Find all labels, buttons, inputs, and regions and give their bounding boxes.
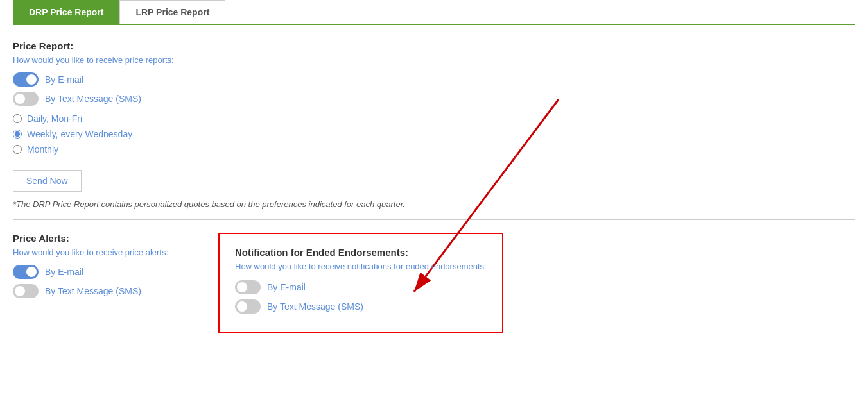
price-alerts-description: How would you like to receive price aler…	[13, 248, 180, 257]
notif-email-toggle[interactable]	[235, 280, 261, 294]
notif-sms-toggle-label: By Text Message (SMS)	[267, 301, 363, 312]
alerts-email-toggle-row: By E-mail	[13, 265, 180, 279]
alerts-sms-toggle-row: By Text Message (SMS)	[13, 284, 180, 298]
bottom-section: Price Alerts: How would you like to rece…	[13, 233, 855, 333]
tab-drp[interactable]: DRP Price Report	[13, 0, 119, 24]
alerts-sms-toggle[interactable]	[13, 284, 39, 298]
daily-radio[interactable]	[13, 114, 22, 123]
notif-email-toggle-label: By E-mail	[267, 282, 306, 292]
notification-title: Notification for Ended Endorsements:	[235, 247, 487, 258]
section-divider	[13, 219, 855, 220]
price-report-description: How would you like to receive price repo…	[13, 55, 855, 65]
email-toggle-label: By E-mail	[45, 74, 83, 85]
daily-radio-label[interactable]: Daily, Mon-Fri	[27, 113, 82, 124]
alerts-sms-toggle-label: By Text Message (SMS)	[45, 286, 141, 296]
notif-sms-toggle[interactable]	[235, 299, 261, 314]
send-now-button[interactable]: Send Now	[13, 170, 82, 192]
tab-bar: DRP Price Report LRP Price Report	[13, 0, 855, 25]
notification-box: Notification for Ended Endorsements: How…	[218, 233, 503, 333]
weekly-radio-row: Weekly, every Wednesday	[13, 129, 855, 139]
weekly-radio-label[interactable]: Weekly, every Wednesday	[27, 129, 132, 139]
monthly-radio[interactable]	[13, 145, 22, 154]
notif-sms-toggle-row: By Text Message (SMS)	[235, 299, 487, 314]
notif-email-toggle-row: By E-mail	[235, 280, 487, 294]
monthly-radio-label[interactable]: Monthly	[27, 144, 58, 155]
alerts-email-toggle[interactable]	[13, 265, 39, 279]
price-alerts-section: Price Alerts: How would you like to rece…	[13, 233, 180, 303]
sms-toggle[interactable]	[13, 92, 39, 106]
monthly-radio-row: Monthly	[13, 144, 855, 155]
daily-radio-row: Daily, Mon-Fri	[13, 113, 855, 124]
sms-toggle-label: By Text Message (SMS)	[45, 94, 141, 104]
price-report-section: Price Report: How would you like to rece…	[13, 40, 855, 209]
weekly-radio[interactable]	[13, 130, 22, 139]
email-toggle[interactable]	[13, 72, 39, 87]
sms-toggle-row: By Text Message (SMS)	[13, 92, 855, 106]
notification-description: How would you like to receive notificati…	[235, 262, 487, 271]
email-toggle-row: By E-mail	[13, 72, 855, 87]
alerts-email-toggle-label: By E-mail	[45, 267, 83, 277]
price-report-title: Price Report:	[13, 40, 855, 51]
tab-lrp[interactable]: LRP Price Report	[119, 0, 225, 24]
disclaimer-text: *The DRP Price Report contains personali…	[13, 199, 855, 209]
price-alerts-title: Price Alerts:	[13, 233, 180, 244]
